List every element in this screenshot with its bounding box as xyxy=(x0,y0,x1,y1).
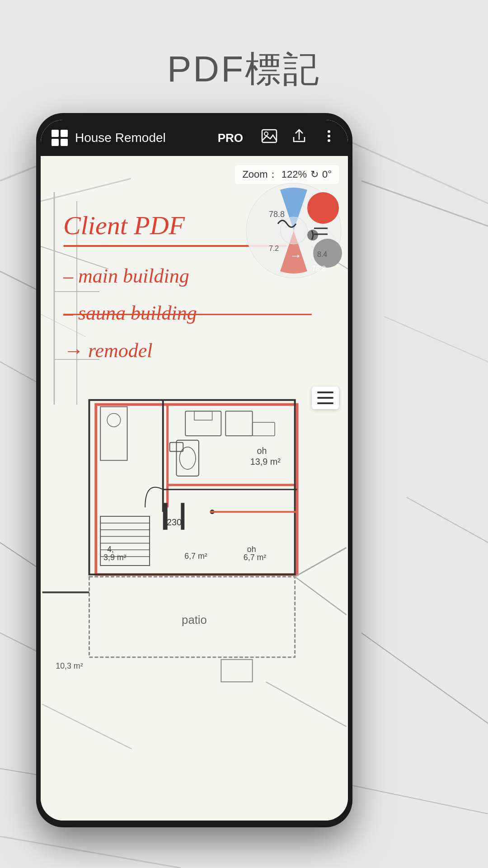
page-title: PDF標記 xyxy=(0,45,488,94)
svg-text:230: 230 xyxy=(167,517,182,527)
more-icon[interactable] xyxy=(321,128,337,148)
svg-point-17 xyxy=(328,135,330,137)
phone-frame: House Remodel PRO xyxy=(36,113,352,827)
header-icons xyxy=(261,128,337,148)
zoom-angle: 0° xyxy=(322,169,332,180)
share-icon[interactable] xyxy=(291,128,307,148)
svg-text:patio: patio xyxy=(182,613,207,626)
annotation-item-3: → remodel xyxy=(63,335,312,367)
svg-text:10,3 m²: 10,3 m² xyxy=(56,661,83,670)
svg-point-16 xyxy=(328,130,330,133)
svg-text:oh: oh xyxy=(257,446,267,456)
svg-line-7 xyxy=(361,633,488,723)
svg-rect-61 xyxy=(100,407,127,461)
svg-rect-54 xyxy=(185,411,221,436)
svg-line-12 xyxy=(0,836,181,868)
svg-point-15 xyxy=(264,132,268,136)
svg-line-78 xyxy=(295,577,347,615)
hamburger-line-1 xyxy=(317,392,333,393)
svg-text:8.4: 8.4 xyxy=(317,250,327,258)
phone-screen: House Remodel PRO xyxy=(41,120,348,821)
svg-rect-62 xyxy=(107,413,121,427)
floor-plan-area: 230 oh 13,9 m² 4, 3,9 m² 6,7 m² oh 6,7 m… xyxy=(41,391,348,821)
svg-point-59 xyxy=(179,447,196,469)
image-icon[interactable] xyxy=(261,128,277,148)
svg-text:78.8: 78.8 xyxy=(269,210,285,219)
app-logo-icon xyxy=(52,130,68,146)
svg-text:3,9 m²: 3,9 m² xyxy=(103,553,127,562)
svg-line-79 xyxy=(42,704,132,749)
app-content: Zoom： 122% ↻ 0° xyxy=(41,156,348,821)
page-title-area: PDF標記 xyxy=(0,45,488,94)
hamburger-menu-button[interactable] xyxy=(312,387,339,409)
svg-text:6,7 m²: 6,7 m² xyxy=(244,553,267,562)
svg-rect-81 xyxy=(221,660,252,682)
svg-line-6 xyxy=(407,497,488,542)
svg-point-32 xyxy=(307,230,318,241)
svg-line-80 xyxy=(266,682,346,726)
svg-line-77 xyxy=(295,547,347,576)
pro-badge: PRO xyxy=(218,131,243,145)
svg-text:7.2: 7.2 xyxy=(269,245,279,252)
app-header: House Remodel PRO xyxy=(41,120,348,156)
svg-rect-44 xyxy=(89,400,295,575)
radial-menu[interactable]: → 78.8 78.8 8.4 7.2 xyxy=(244,181,343,280)
svg-rect-56 xyxy=(225,411,252,436)
annotation-item-2: – sauna building xyxy=(63,297,312,329)
svg-text:6,7 m²: 6,7 m² xyxy=(184,552,207,561)
svg-line-4 xyxy=(361,181,488,226)
hamburger-line-2 xyxy=(317,397,333,399)
svg-point-30 xyxy=(307,192,339,224)
svg-text:78.8: 78.8 xyxy=(312,265,326,273)
app-title: House Remodel xyxy=(75,131,218,145)
svg-point-18 xyxy=(328,139,330,142)
zoom-label: Zoom： xyxy=(242,168,277,181)
svg-rect-55 xyxy=(194,411,212,420)
svg-line-5 xyxy=(384,316,488,362)
zoom-value: 122% xyxy=(282,169,307,180)
hamburger-line-3 xyxy=(317,402,333,404)
svg-rect-14 xyxy=(262,130,277,142)
svg-text:13,9 m²: 13,9 m² xyxy=(250,457,281,467)
svg-rect-57 xyxy=(253,422,275,436)
zoom-marker: ↻ xyxy=(310,169,319,180)
svg-text:→: → xyxy=(289,249,302,263)
